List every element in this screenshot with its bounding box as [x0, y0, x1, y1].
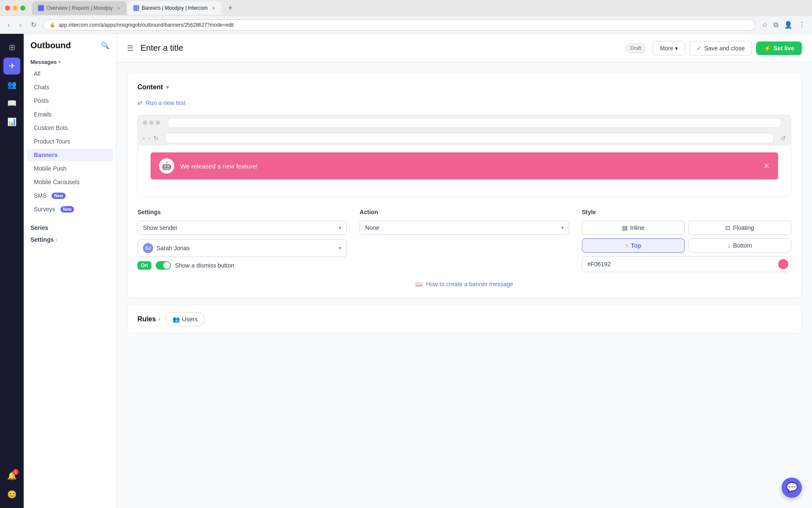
action-panel-label: Action	[359, 209, 569, 215]
nav-item-surveys[interactable]: Surveys New	[27, 203, 113, 215]
content-area: Content ▾ ⇄ Run a new test	[117, 63, 812, 508]
sidebar-icon-outbound[interactable]: ✈	[3, 58, 20, 75]
messages-section-label[interactable]: Messages ▾	[24, 57, 116, 67]
bottom-button[interactable]: ↓ Bottom	[688, 238, 791, 253]
nav-reload[interactable]: ↻	[28, 19, 39, 30]
dismiss-toggle[interactable]	[156, 261, 171, 270]
content-section-header[interactable]: Content ▾	[137, 83, 791, 91]
tab-banners[interactable]: Banners | Moodjoy | Intercom ✕	[127, 1, 221, 15]
preview-dot-1	[143, 121, 147, 125]
bookmark-icon[interactable]: ☆	[760, 19, 769, 30]
bottom-icon: ↓	[727, 242, 730, 249]
help-link[interactable]: 📖 How to create a banner message	[137, 281, 791, 287]
more-button[interactable]: More ▾	[653, 41, 685, 55]
banner-close-icon[interactable]: ✕	[763, 161, 770, 171]
content-card: Content ▾ ⇄ Run a new test	[127, 73, 802, 298]
preview-window-dots	[143, 121, 160, 125]
nav-item-surveys-label: Surveys	[34, 206, 55, 213]
sidebar-icon-users[interactable]: 👥	[3, 76, 20, 93]
minimize-dot[interactable]	[13, 6, 18, 11]
action-panel: Action None ▾	[359, 209, 569, 272]
inline-button[interactable]: ▤ Inline	[582, 221, 685, 235]
nav-forward[interactable]: ›	[16, 19, 24, 30]
surveys-badge: New	[60, 206, 74, 213]
nav-item-mobile-carousels-label: Mobile Carousels	[34, 179, 80, 185]
sidebar-icon-reports[interactable]: 📊	[3, 113, 20, 130]
floating-button[interactable]: ⊡ Floating	[688, 221, 791, 235]
nav-back[interactable]: ‹	[5, 19, 12, 30]
nav-series[interactable]: Series	[24, 223, 116, 233]
sidebar-icon-home[interactable]: ⊞	[3, 39, 20, 56]
set-live-label: Set live	[774, 45, 794, 52]
nav-search-button[interactable]: 🔍	[101, 41, 110, 50]
set-live-button[interactable]: ⚡ Set live	[756, 41, 802, 55]
lock-icon: 🔒	[49, 22, 55, 28]
preview-reload-icon: ↻	[154, 135, 159, 141]
nav-sidebar: Outbound 🔍 Messages ▾ All Chats Posts Em…	[24, 34, 117, 508]
nav-item-posts[interactable]: Posts	[27, 94, 113, 107]
tab-label-active: Banners | Moodjoy | Intercom	[142, 5, 208, 11]
nav-item-banners[interactable]: Banners	[27, 149, 113, 161]
sidebar-icon-bell[interactable]: 🔔 1	[3, 467, 20, 484]
topbar: ☰ Enter a title Draft More ▾ ✓ Save and …	[117, 34, 812, 63]
users-button[interactable]: 👥 Users	[165, 312, 205, 326]
save-label: Save and close	[704, 45, 745, 52]
tab-favicon-active	[133, 5, 139, 11]
nav-item-mobile-push[interactable]: Mobile Push	[27, 162, 113, 175]
topbar-menu-icon[interactable]: ☰	[127, 44, 134, 53]
nav-item-product-tours[interactable]: Product Tours	[27, 135, 113, 148]
nav-item-product-tours-label: Product Tours	[34, 138, 70, 145]
maximize-dot[interactable]	[20, 6, 25, 11]
nav-item-custom-bots[interactable]: Custom Bots	[27, 121, 113, 134]
content-chevron-icon: ▾	[166, 84, 169, 90]
tab-new[interactable]: +	[222, 1, 239, 15]
banner-text: We released a new feature!	[180, 163, 757, 170]
rules-section[interactable]: Rules ›	[137, 315, 160, 323]
show-sender-dropdown[interactable]: Show sender ▾	[137, 221, 347, 235]
settings-chevron: ›	[55, 237, 57, 242]
nav-item-all[interactable]: All	[27, 67, 113, 80]
rules-label: Rules	[137, 315, 156, 323]
top-bottom-row: ↑ Top ↓ Bottom	[582, 238, 791, 253]
style-panel-label: Style	[582, 209, 791, 215]
close-dot[interactable]	[5, 6, 10, 11]
show-sender-label: Show sender	[143, 224, 178, 231]
address-bar[interactable]: 🔒 app.intercom.com/a/apps/nnsgmgob/outbo…	[43, 19, 756, 30]
extensions-icon[interactable]: ⧉	[772, 19, 780, 30]
color-input[interactable]	[582, 257, 776, 271]
nav-spacer	[24, 216, 116, 223]
nav-item-emails[interactable]: Emails	[27, 108, 113, 121]
sidebar-icon-support[interactable]: 😊	[3, 486, 20, 503]
action-none-label: None	[365, 224, 379, 231]
banner-avatar: 🤖	[159, 158, 174, 174]
run-test-link[interactable]: ⇄ Run a new test	[137, 99, 791, 106]
browser-chrome: Overview | Reports | Moodjoy ✕ Banners |…	[0, 0, 812, 34]
preview-topbar	[138, 115, 791, 130]
nav-item-mobile-carousels[interactable]: Mobile Carousels	[27, 176, 113, 188]
tab-overview[interactable]: Overview | Reports | Moodjoy ✕	[32, 1, 126, 15]
reports-icon: 📊	[7, 117, 16, 127]
color-input-row	[582, 256, 791, 272]
color-swatch[interactable]	[778, 259, 788, 269]
preview-dot-3	[156, 121, 160, 125]
tab-close-btn-active[interactable]: ✕	[212, 6, 215, 11]
action-dropdown[interactable]: None ▾	[359, 221, 569, 235]
top-icon: ↑	[625, 242, 628, 249]
banner-preview: 🤖 We released a new feature! ✕	[151, 152, 778, 179]
profile-icon[interactable]: 👤	[782, 19, 794, 30]
chat-bubble[interactable]: 💬	[782, 478, 802, 498]
nav-item-custom-bots-label: Custom Bots	[34, 124, 68, 131]
menu-icon[interactable]: ⋮	[797, 19, 807, 30]
nav-settings[interactable]: Settings ›	[24, 235, 116, 245]
nav-item-sms-label: SMS	[34, 192, 47, 199]
save-close-button[interactable]: ✓ Save and close	[689, 41, 752, 55]
sender-dropdown[interactable]: SJ Sarah Jonas ▾	[137, 239, 347, 257]
nav-item-chats[interactable]: Chats	[27, 81, 113, 94]
tab-close-btn[interactable]: ✕	[117, 6, 121, 11]
preview-address-bar	[168, 119, 781, 127]
sidebar-icon-book[interactable]: 📖	[3, 95, 20, 112]
top-button[interactable]: ↑ Top	[582, 238, 685, 253]
topbar-title[interactable]: Enter a title	[140, 43, 619, 53]
panels-row: Settings Show sender ▾ SJ Sarah Jonas ▾	[137, 205, 791, 272]
nav-item-sms[interactable]: SMS New	[27, 189, 113, 202]
